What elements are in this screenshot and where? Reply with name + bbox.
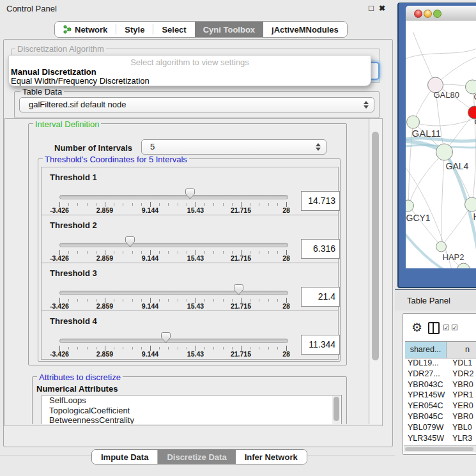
tick-label: 9.144 <box>136 350 164 358</box>
tick-label: 9.144 <box>136 206 164 214</box>
cell-name[interactable]: YER0 <box>449 401 476 411</box>
tick-label: 9.144 <box>136 254 164 262</box>
cell-shared-name[interactable]: YDR27... <box>405 369 449 380</box>
list-scrollbar[interactable] <box>332 396 341 424</box>
threshold-4-slider-thumb[interactable] <box>161 332 171 343</box>
network-window-titlebar[interactable] <box>406 6 476 20</box>
cell-name[interactable]: YLR3 <box>449 433 476 444</box>
tab-style[interactable]: Style <box>116 22 153 37</box>
number-of-intervals-spinner[interactable]: 5 <box>141 139 326 155</box>
cell-shared-name[interactable]: YER054C <box>405 401 449 411</box>
threshold-1-box: Threshold 1 14.713 -3.4262.8599.14415.43… <box>41 167 339 216</box>
table-row[interactable]: YBR043CYBR0 <box>405 380 476 390</box>
cell-name[interactable]: YDL1 <box>449 358 476 369</box>
settings-scrollbar-thumb[interactable] <box>372 132 379 360</box>
tick-label: 21.715 <box>227 206 255 214</box>
node-gal11[interactable] <box>407 116 420 128</box>
panel-title: Control Panel <box>6 4 57 13</box>
table-data-combobox[interactable]: galFiltered.sif default node <box>19 97 374 112</box>
threshold-3-slider-thumb[interactable] <box>234 284 243 295</box>
tab-cyni-toolbox[interactable]: Cyni Toolbox <box>195 22 263 37</box>
node-gcy1[interactable] <box>406 200 414 211</box>
threshold-3-value-field[interactable]: 21.4 <box>301 287 340 307</box>
node-h[interactable] <box>465 197 476 211</box>
close-icon[interactable]: ✖ <box>378 4 387 13</box>
table-toolbar: ⚙ ☑ ☑ <box>403 314 476 341</box>
close-traffic-light-icon[interactable] <box>414 10 422 18</box>
checkbox-icon[interactable]: ☑ <box>443 323 450 332</box>
threshold-1-value-field[interactable]: 14.713 <box>301 191 340 211</box>
tab-discretize-data-label: Discretize Data <box>167 452 226 462</box>
threshold-2-value-field[interactable]: 6.316 <box>301 239 340 259</box>
cell-shared-name[interactable]: YLR345W <box>405 433 449 444</box>
node-bottom-partial[interactable] <box>457 263 470 268</box>
float-window-icon[interactable]: ☐ <box>367 4 376 13</box>
table-row[interactable]: YBR045CYBR0 <box>405 411 476 422</box>
tab-select[interactable]: Select <box>153 22 194 37</box>
table-row[interactable]: YER054CYER0 <box>405 401 476 411</box>
tab-impute-data-label: Impute Data <box>101 452 148 462</box>
threshold-2-slider-thumb[interactable] <box>125 236 135 247</box>
tab-impute-data[interactable]: Impute Data <box>92 450 158 464</box>
checkbox-icon[interactable]: ☑ <box>451 323 458 332</box>
cell-shared-name[interactable]: YBR043C <box>405 380 449 390</box>
tab-jactivemnodules[interactable]: jActiveMNodules <box>263 22 347 37</box>
node-label-gal11: GAL11 <box>412 128 441 139</box>
network-icon <box>63 25 72 34</box>
threshold-2-slider-track[interactable] <box>59 243 288 247</box>
column-header-name[interactable]: n <box>447 342 476 358</box>
tab-infer-network[interactable]: Infer Network <box>236 450 307 464</box>
tick-label: 2.859 <box>91 350 119 358</box>
threshold-4-box: Threshold 4 11.344 -3.4262.8599.14415.43… <box>41 311 339 360</box>
interval-definition-title: Interval Definition <box>33 119 101 129</box>
threshold-4-slider-track[interactable] <box>59 339 288 343</box>
column-header-shared-name[interactable]: shared... <box>405 342 447 358</box>
table-horizontal-scrollbar[interactable] <box>404 445 476 452</box>
cell-shared-name[interactable]: YDL19... <box>405 358 449 369</box>
popup-item-manual-discretization[interactable]: Manual Discretization <box>11 67 96 77</box>
settings-viewport: Interval Definition Number of Intervals … <box>5 119 369 424</box>
minimize-traffic-light-icon[interactable] <box>424 10 432 18</box>
table-row[interactable]: YDL19...YDL1 <box>405 358 476 369</box>
thresholds-group: Threshold's Coordinates for 5 Intervals … <box>38 158 341 362</box>
tab-discretize-data[interactable]: Discretize Data <box>158 450 235 464</box>
gear-icon[interactable]: ⚙ <box>411 320 422 335</box>
settings-scrollbar[interactable] <box>370 119 382 424</box>
list-scrollbar-thumb[interactable] <box>334 397 339 421</box>
node-label-gal4: GAL4 <box>446 161 469 171</box>
threshold-4-value-field[interactable]: 11.344 <box>301 335 340 355</box>
threshold-3-slider-track[interactable] <box>59 291 288 295</box>
list-item-topologicalcoefficient[interactable]: TopologicalCoefficient <box>42 406 341 416</box>
list-item-selfloops[interactable]: SelfLoops <box>42 395 341 406</box>
threshold-1-label: Threshold 1 <box>50 173 97 182</box>
table-row[interactable]: YBL079WYBL0 <box>405 422 476 433</box>
cell-name[interactable]: YPR1 <box>449 390 476 401</box>
top-tabstrip: Network Style Select Cyni Toolbox jActiv… <box>54 21 348 38</box>
node-gal4[interactable] <box>436 144 453 160</box>
node-hap2[interactable] <box>436 242 447 252</box>
table-hscrollbar-thumb[interactable] <box>405 447 473 451</box>
cell-shared-name[interactable]: YBL079W <box>405 422 449 433</box>
popup-item-equal-width-frequency[interactable]: Equal Width/Frequency Discretization <box>11 76 150 86</box>
cell-name[interactable]: YBR0 <box>449 411 476 422</box>
threshold-3-box: Threshold 3 21.4 -3.4262.8599.14415.4321… <box>41 263 339 312</box>
table-row[interactable]: YLR345WYLR3 <box>405 433 476 444</box>
table-row[interactable]: YPR145WYPR1 <box>405 390 476 401</box>
tick-label: 21.715 <box>227 302 255 310</box>
network-canvas[interactable]: GAL80 GA C GAL11 GAL4 GCY1 H HAP2 <box>406 20 476 268</box>
tab-network[interactable]: Network <box>55 22 116 37</box>
cell-shared-name[interactable]: YPR145W <box>405 390 449 401</box>
column-layout-icon[interactable] <box>428 322 440 334</box>
threshold-1-slider-thumb[interactable] <box>185 188 195 199</box>
cell-shared-name[interactable]: YBR045C <box>405 411 449 422</box>
cell-name[interactable]: YBR0 <box>449 380 476 390</box>
popup-placeholder: Select algorithm to view settings <box>9 58 371 67</box>
zoom-traffic-light-icon[interactable] <box>433 10 441 18</box>
list-item-betweennesscentrality[interactable]: BetweennessCentrality <box>42 415 341 424</box>
cell-name[interactable]: YDR2 <box>449 369 476 380</box>
threshold-1-slider-track[interactable] <box>59 195 288 199</box>
table-row[interactable]: YDR27...YDR2 <box>405 369 476 380</box>
bottom-tabstrip: Impute Data Discretize Data Infer Networ… <box>91 449 307 464</box>
cell-name[interactable]: YBL0 <box>449 422 476 433</box>
tick-label: -3.426 <box>45 254 73 262</box>
